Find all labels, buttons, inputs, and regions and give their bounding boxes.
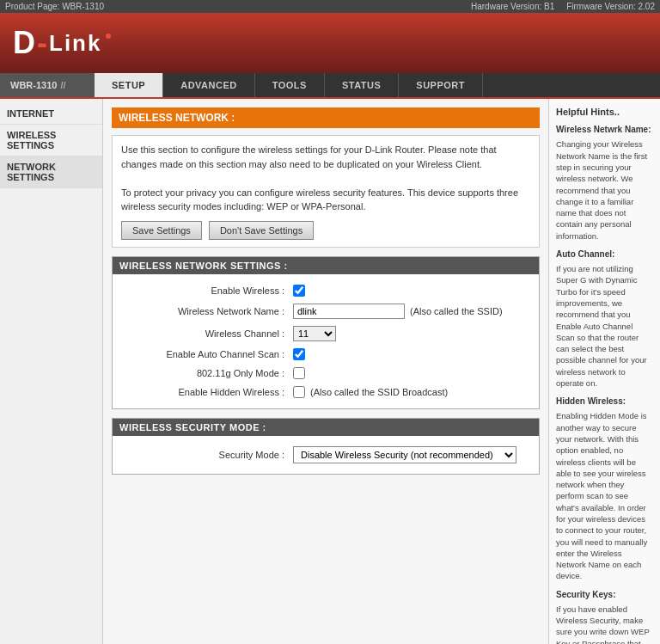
security-mode-value: Disable Wireless Security (not recommend… xyxy=(293,446,516,463)
content-area: WIRELESS NETWORK : Use this section to c… xyxy=(103,99,548,644)
hints-panel: Helpful Hints.. Wireless Netwrk Name: Ch… xyxy=(548,99,660,644)
info-box: Use this section to configure the wirele… xyxy=(112,135,540,248)
wireless-network-settings: WIRELESS NETWORK SETTINGS : Enable Wirel… xyxy=(112,256,540,409)
auto-channel-label: Enable Auto Channel Scan : xyxy=(121,349,293,359)
hint-auto-channel: Auto Channel: If you are not utilizing S… xyxy=(556,248,653,389)
security-title: WIRELESS SECURITY MODE : xyxy=(113,419,539,436)
hidden-wireless-label: Enable Hidden Wireless : xyxy=(121,387,293,397)
security-mode-label: Security Mode : xyxy=(121,450,293,460)
auto-channel-value xyxy=(293,348,305,360)
main-layout: INTERNET WIRELESS SETTINGS NETWORK SETTI… xyxy=(0,99,660,644)
hint-security-keys: Security Keys: If you have enabled Wirel… xyxy=(556,589,653,644)
channel-select[interactable]: 1234 5678 91011 xyxy=(293,326,336,341)
enable-wireless-label: Enable Wireless : xyxy=(121,285,293,296)
field-hidden-wireless: Enable Hidden Wireless : (Also called th… xyxy=(121,383,530,402)
info-para1: Use this section to configure the wirele… xyxy=(121,143,530,171)
wireless-security-section: WIRELESS SECURITY MODE : Security Mode :… xyxy=(112,418,540,475)
tab-setup[interactable]: SETUP xyxy=(95,73,163,97)
channel-value: 1234 5678 91011 xyxy=(293,326,336,341)
sidebar-item-network-settings[interactable]: NETWORK SETTINGS xyxy=(0,156,102,188)
hint-hidden-wireless: Hidden Wireless: Enabling Hidden Mode is… xyxy=(556,396,653,581)
80211g-checkbox[interactable] xyxy=(293,367,305,379)
sidebar: INTERNET WIRELESS SETTINGS NETWORK SETTI… xyxy=(0,99,103,644)
network-settings-title: WIRELESS NETWORK SETTINGS : xyxy=(113,257,539,274)
logo-dot-circle xyxy=(106,34,111,39)
security-mode-select[interactable]: Disable Wireless Security (not recommend… xyxy=(293,446,516,463)
hidden-wireless-checkbox[interactable] xyxy=(293,386,305,398)
hint-hidden-wireless-heading: Hidden Wireless: xyxy=(556,396,653,408)
field-enable-wireless: Enable Wireless : xyxy=(121,281,530,300)
80211g-label: 802.11g Only Mode : xyxy=(121,368,293,378)
hint-hidden-wireless-text: Enabling Hidden Mode is another way to s… xyxy=(556,410,653,581)
top-bar: Product Page: WBR-1310 Hardware Version:… xyxy=(0,0,660,13)
hints-title: Helpful Hints.. xyxy=(556,106,653,119)
ssid-input[interactable] xyxy=(293,304,405,319)
sidebar-item-wireless-settings[interactable]: WIRELESS SETTINGS xyxy=(0,125,102,156)
sidebar-item-internet[interactable]: INTERNET xyxy=(0,103,102,125)
info-para2: To protect your privacy you can configur… xyxy=(121,186,530,214)
logo-d: D xyxy=(13,28,35,58)
field-channel: Wireless Channel : 1234 5678 91011 xyxy=(121,322,530,345)
settings-body: Enable Wireless : Wireless Network Name … xyxy=(113,274,539,408)
field-security-mode: Security Mode : Disable Wireless Securit… xyxy=(121,443,530,467)
enable-wireless-checkbox[interactable] xyxy=(293,285,305,297)
channel-label: Wireless Channel : xyxy=(121,328,293,339)
ssid-label: Wireless Network Name : xyxy=(121,306,293,316)
hidden-wireless-value: (Also called the SSID Broadcast) xyxy=(293,386,448,398)
button-row: Save Settings Don't Save Settings xyxy=(121,221,530,240)
hidden-wireless-hint: (Also called the SSID Broadcast) xyxy=(310,387,448,397)
field-80211g: 802.11g Only Mode : xyxy=(121,364,530,383)
tab-tools[interactable]: TOOLS xyxy=(255,73,325,97)
ssid-value: (Also called the SSID) xyxy=(293,304,503,319)
model-label: WBR-1310 // xyxy=(0,73,95,97)
tab-status[interactable]: STATUS xyxy=(325,73,399,97)
save-settings-button[interactable]: Save Settings xyxy=(121,221,202,240)
hint-security-keys-text: If you have enabled Wireless Security, m… xyxy=(556,604,653,644)
logo: D - Link xyxy=(13,25,111,61)
field-ssid: Wireless Network Name : (Also called the… xyxy=(121,300,530,322)
hint-wireless-network-name-heading: Wireless Netwrk Name: xyxy=(556,124,653,136)
auto-channel-checkbox[interactable] xyxy=(293,348,305,360)
hint-wireless-network-name-text: Changing your Wireless Network Name is t… xyxy=(556,138,653,242)
field-auto-channel: Enable Auto Channel Scan : xyxy=(121,345,530,364)
80211g-value xyxy=(293,367,305,379)
hint-auto-channel-heading: Auto Channel: xyxy=(556,248,653,261)
enable-wireless-value xyxy=(293,285,305,297)
dont-save-settings-button[interactable]: Don't Save Settings xyxy=(209,221,314,240)
section-title: WIRELESS NETWORK : xyxy=(112,107,540,128)
product-page-label: Product Page: WBR-1310 xyxy=(5,2,104,11)
version-info: Hardware Version: B1 Firmware Version: 2… xyxy=(471,2,655,11)
header: D - Link xyxy=(0,13,660,73)
hint-security-keys-heading: Security Keys: xyxy=(556,589,653,601)
tab-support[interactable]: SUPPORT xyxy=(399,73,483,97)
tab-advanced[interactable]: ADVANCED xyxy=(163,73,255,97)
logo-link: Link xyxy=(49,30,101,57)
hint-wireless-network-name: Wireless Netwrk Name: Changing your Wire… xyxy=(556,124,653,242)
ssid-hint: (Also called the SSID) xyxy=(410,306,503,316)
nav-tabs: WBR-1310 // SETUP ADVANCED TOOLS STATUS … xyxy=(0,73,660,99)
security-body: Security Mode : Disable Wireless Securit… xyxy=(113,436,539,474)
hint-auto-channel-text: If you are not utilizing Super G with Dy… xyxy=(556,263,653,389)
